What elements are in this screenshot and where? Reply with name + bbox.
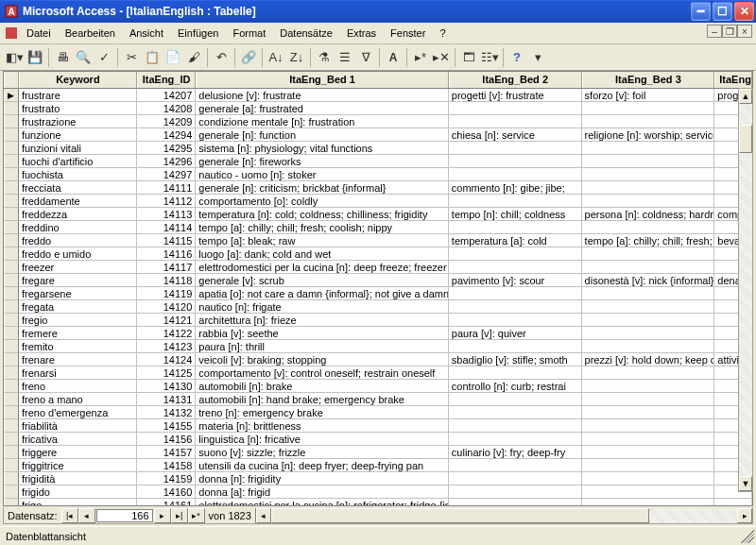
cell-keyword[interactable]: frigo <box>19 499 137 505</box>
link-button[interactable]: 🔗 <box>238 47 259 68</box>
cell-bed2[interactable] <box>449 261 582 274</box>
cell-bed1[interactable]: nautico - uomo [n]: stoker <box>196 168 449 181</box>
cell-id[interactable]: 14208 <box>137 102 196 115</box>
cell-bed3[interactable] <box>582 446 715 459</box>
row-selector[interactable] <box>4 208 19 221</box>
row-selector[interactable] <box>4 459 19 472</box>
col-selector[interactable] <box>4 72 19 88</box>
cell-bed1[interactable]: donna [a]: frigid <box>196 485 449 499</box>
cell-bed3[interactable] <box>582 340 715 353</box>
cell-bed2[interactable] <box>449 485 582 499</box>
cell-id[interactable]: 14115 <box>137 234 196 247</box>
menu-format[interactable]: Format <box>226 25 272 42</box>
cell-bed2[interactable]: chiesa [n]: service <box>449 128 582 142</box>
cell-id[interactable]: 14131 <box>137 393 196 406</box>
col-bed3[interactable]: ItaEng_Bed 3 <box>582 72 715 88</box>
cell-bed1[interactable]: treno [n]: emergency brake <box>196 406 449 419</box>
copy-button[interactable]: 📋 <box>142 47 163 68</box>
cell-bed1[interactable]: tempo [a]: chilly; chill; fresh; coolish… <box>196 221 449 234</box>
row-selector[interactable] <box>4 274 19 287</box>
record-number-input[interactable] <box>96 509 153 522</box>
cell-bed2[interactable] <box>449 459 582 472</box>
cell-bed1[interactable]: elettrodomestici per la cucina [n]: refr… <box>196 499 449 505</box>
cell-keyword[interactable]: funzioni vitali <box>19 142 137 155</box>
cell-keyword[interactable]: frustrato <box>19 102 137 115</box>
first-record-button[interactable]: |◂ <box>61 508 78 523</box>
new-object-button[interactable]: ☷▾ <box>479 47 500 68</box>
menu-einfugen[interactable]: Einfügen <box>171 25 225 42</box>
help-button[interactable]: ? <box>507 47 527 68</box>
cell-keyword[interactable]: frecciata <box>19 181 137 195</box>
scroll-up-button[interactable]: ▲ <box>739 89 752 104</box>
cell-bed2[interactable] <box>449 406 582 419</box>
cell-id[interactable]: 14297 <box>137 168 196 181</box>
cell-keyword[interactable]: fregarsene <box>19 287 137 300</box>
cell-keyword[interactable]: freno a mano <box>19 393 137 406</box>
row-selector[interactable] <box>4 393 19 406</box>
cell-bed3[interactable] <box>582 155 715 168</box>
cell-bed3[interactable] <box>582 459 715 472</box>
table-row[interactable]: freezer14117elettrodomestici per la cuci… <box>4 261 752 274</box>
cell-bed3[interactable]: religione [n]: worship; service <box>582 128 715 142</box>
cell-bed1[interactable]: elettrodomestici per la cucina [n]: deep… <box>196 261 449 274</box>
cell-bed1[interactable]: comportamento [v]: control oneself; rest… <box>196 366 449 380</box>
cell-id[interactable]: 14158 <box>137 459 196 472</box>
cell-bed1[interactable]: paura [n]: thrill <box>196 340 449 353</box>
cell-bed2[interactable] <box>449 195 582 208</box>
cell-keyword[interactable]: frustrare <box>19 89 137 102</box>
cell-keyword[interactable]: frenare <box>19 353 137 366</box>
cell-bed2[interactable] <box>449 472 582 485</box>
sort-desc-button[interactable]: Z↓ <box>286 47 307 68</box>
cell-bed1[interactable]: generale [n]: function <box>196 128 449 142</box>
cell-bed1[interactable]: architettura [n]: frieze <box>196 314 449 327</box>
table-row[interactable]: freno a mano14131automobili [n]: hand br… <box>4 393 752 406</box>
cell-keyword[interactable]: frigidità <box>19 472 137 485</box>
cell-id[interactable]: 14118 <box>137 274 196 287</box>
cell-bed2[interactable] <box>449 499 582 505</box>
cell-id[interactable]: 14159 <box>137 472 196 485</box>
table-row[interactable]: fregata14120nautico [n]: frigate <box>4 300 752 314</box>
preview-button[interactable]: 🔍 <box>73 47 94 68</box>
row-selector[interactable] <box>4 102 19 115</box>
cell-bed3[interactable]: sforzo [v]: foil <box>582 89 715 102</box>
row-selector[interactable] <box>4 406 19 419</box>
row-selector[interactable] <box>4 485 19 499</box>
cell-id[interactable]: 14112 <box>137 195 196 208</box>
table-row[interactable]: freddo14115tempo [a]: bleak; rawtemperat… <box>4 234 752 247</box>
hscroll-left-button[interactable]: ◂ <box>256 508 271 523</box>
doc-minimize-button[interactable]: – <box>707 25 722 38</box>
undo-button[interactable]: ↶ <box>211 47 232 68</box>
table-row[interactable]: freddezza14113temperatura [n]: cold; col… <box>4 208 752 221</box>
cell-bed2[interactable]: commento [n]: gibe; jibe; <box>449 181 582 195</box>
cell-bed1[interactable]: generale [n]: criticism; brickbat {infor… <box>196 181 449 195</box>
cell-id[interactable]: 14132 <box>137 406 196 419</box>
table-row[interactable]: friggere14157suono [v]: sizzle; frizzlec… <box>4 446 752 459</box>
table-row[interactable]: frigido14160donna [a]: frigid <box>4 485 752 499</box>
filter-sel-button[interactable]: ⚗ <box>314 47 335 68</box>
row-selector[interactable] <box>4 353 19 366</box>
cell-bed1[interactable]: veicoli [v]: braking; stopping <box>196 353 449 366</box>
cell-bed1[interactable]: sistema [n]: physiology; vital functions <box>196 142 449 155</box>
cell-keyword[interactable]: freddo e umido <box>19 247 137 261</box>
row-selector[interactable]: ▶ <box>4 89 19 102</box>
maximize-button[interactable]: ☐ <box>713 2 732 21</box>
cell-bed2[interactable] <box>449 366 582 380</box>
cell-bed2[interactable]: pavimento [v]: scour <box>449 274 582 287</box>
hscroll-thumb[interactable] <box>271 508 649 523</box>
cell-bed3[interactable]: tempo [a]: chilly; chill; fresh; <box>582 234 715 247</box>
scroll-track[interactable] <box>739 104 752 476</box>
cell-keyword[interactable]: fremito <box>19 340 137 353</box>
cell-bed3[interactable] <box>582 406 715 419</box>
cell-id[interactable]: 14157 <box>137 446 196 459</box>
cell-keyword[interactable]: freezer <box>19 261 137 274</box>
row-selector[interactable] <box>4 446 19 459</box>
cell-keyword[interactable]: funzione <box>19 128 137 142</box>
next-record-button[interactable]: ▸ <box>154 508 171 523</box>
row-selector[interactable] <box>4 327 19 340</box>
filter-form-button[interactable]: ☰ <box>335 47 355 68</box>
cell-keyword[interactable]: fuochi d'artificio <box>19 155 137 168</box>
db-window-button[interactable]: 🗔 <box>458 47 479 68</box>
cell-bed3[interactable] <box>582 181 715 195</box>
grid-body[interactable]: ▶frustrare14207delusione [v]: frustratep… <box>4 89 752 505</box>
cell-id[interactable]: 14113 <box>137 208 196 221</box>
